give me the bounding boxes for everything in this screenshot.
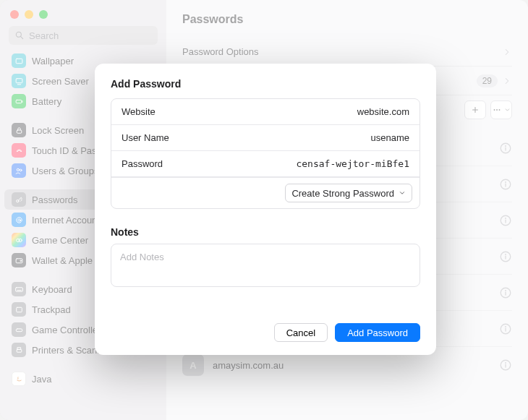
sidebar-item-label: Internet Accounts [32, 215, 104, 226]
notes-section-label: Notes [111, 226, 420, 238]
svg-point-25 [496, 109, 498, 111]
info-icon[interactable] [499, 250, 512, 263]
lock-icon [12, 123, 26, 137]
info-icon[interactable] [499, 322, 512, 335]
close-window-button[interactable] [10, 10, 19, 19]
fingerprint-icon [12, 143, 26, 158]
more-options-button[interactable] [490, 100, 512, 119]
website-input[interactable] [288, 106, 409, 117]
chevron-right-icon [502, 47, 512, 57]
sidebar-item-label: Java [32, 374, 51, 385]
sidebar-item-label: Passwords [32, 194, 78, 205]
sidebar-item-label: Game Center [32, 235, 88, 246]
info-icon[interactable] [499, 359, 512, 372]
trackpad-icon [12, 302, 26, 317]
wallpaper-icon [12, 53, 26, 68]
minimize-window-button[interactable] [25, 10, 33, 19]
cancel-button[interactable]: Cancel [274, 323, 328, 342]
password-row-site: amaysim.com.au [213, 360, 490, 371]
svg-point-9 [20, 169, 22, 171]
sidebar-item-label: Users & Groups [32, 166, 98, 176]
chevron-down-icon [399, 188, 406, 199]
svg-point-32 [506, 181, 506, 182]
notes-textarea[interactable] [120, 252, 411, 279]
svg-rect-7 [17, 129, 22, 132]
game-center-icon [12, 233, 26, 247]
battery-icon [12, 94, 26, 108]
svg-line-1 [20, 36, 22, 38]
svg-rect-5 [16, 100, 22, 103]
search-icon [14, 30, 25, 40]
svg-rect-21 [17, 347, 20, 349]
svg-rect-18 [16, 307, 22, 312]
svg-point-8 [17, 168, 19, 171]
info-icon[interactable] [499, 286, 512, 299]
add-password-button[interactable] [464, 100, 486, 119]
svg-rect-16 [15, 287, 22, 291]
sidebar-item-label: Wallpaper [32, 56, 74, 67]
window-controls [0, 4, 166, 23]
security-count-badge: 29 [477, 74, 498, 87]
at-icon [12, 213, 26, 227]
website-row: Website [111, 99, 420, 125]
screen-saver-icon [12, 74, 26, 88]
svg-point-26 [499, 109, 501, 111]
key-icon [12, 192, 26, 207]
username-label: User Name [122, 132, 169, 143]
info-icon[interactable] [499, 142, 512, 155]
password-input[interactable] [287, 158, 409, 169]
password-label: Password [122, 158, 163, 169]
printer-icon [12, 343, 26, 357]
password-row: Password [111, 151, 420, 177]
svg-rect-20 [17, 349, 22, 352]
sidebar-item-label: Battery [32, 96, 61, 107]
page-title: Passwords [182, 13, 512, 26]
password-options-label: Password Options [182, 46, 259, 57]
users-icon [12, 163, 26, 178]
system-settings-window: Wallpaper Screen Saver Battery Lock Scre… [0, 0, 528, 420]
search-input[interactable] [9, 26, 158, 45]
notes-field-container [111, 244, 420, 287]
sidebar-item-label: Screen Saver [32, 76, 89, 87]
add-password-modal: Add Password Website User Name Password … [95, 64, 436, 355]
username-input[interactable] [288, 132, 409, 143]
sidebar-item-label: Keyboard [32, 284, 72, 295]
svg-point-29 [506, 145, 506, 146]
password-options-row[interactable]: Password Options [182, 38, 512, 67]
info-icon[interactable] [499, 214, 512, 227]
sidebar-item-label: Lock Screen [32, 125, 84, 136]
credentials-fieldset: Website User Name Password Create Strong… [111, 98, 420, 209]
info-icon[interactable] [499, 178, 512, 191]
svg-point-47 [506, 363, 506, 364]
modal-title: Add Password [111, 78, 420, 90]
svg-point-15 [20, 260, 21, 261]
svg-rect-2 [16, 59, 22, 64]
java-icon [12, 372, 26, 386]
svg-point-35 [506, 218, 506, 218]
wallet-icon [12, 253, 26, 267]
controller-icon [12, 322, 26, 337]
sidebar-item-label: Trackpad [32, 304, 71, 315]
svg-rect-3 [16, 78, 22, 82]
create-strong-password-label: Create Strong Password [291, 188, 394, 199]
keyboard-icon [12, 282, 26, 296]
website-label: Website [122, 106, 156, 117]
svg-point-41 [506, 290, 506, 291]
svg-rect-19 [16, 328, 22, 331]
create-strong-password-button[interactable]: Create Strong Password [285, 184, 412, 202]
add-password-submit-button[interactable]: Add Password [335, 323, 420, 342]
svg-point-44 [506, 326, 506, 327]
chevron-right-icon [502, 76, 512, 86]
username-row: User Name [111, 125, 420, 151]
zoom-window-button[interactable] [39, 10, 48, 19]
svg-point-38 [506, 254, 506, 254]
site-avatar: A [182, 354, 204, 376]
svg-point-24 [494, 109, 495, 111]
sidebar-item-java[interactable]: Java [4, 369, 162, 389]
